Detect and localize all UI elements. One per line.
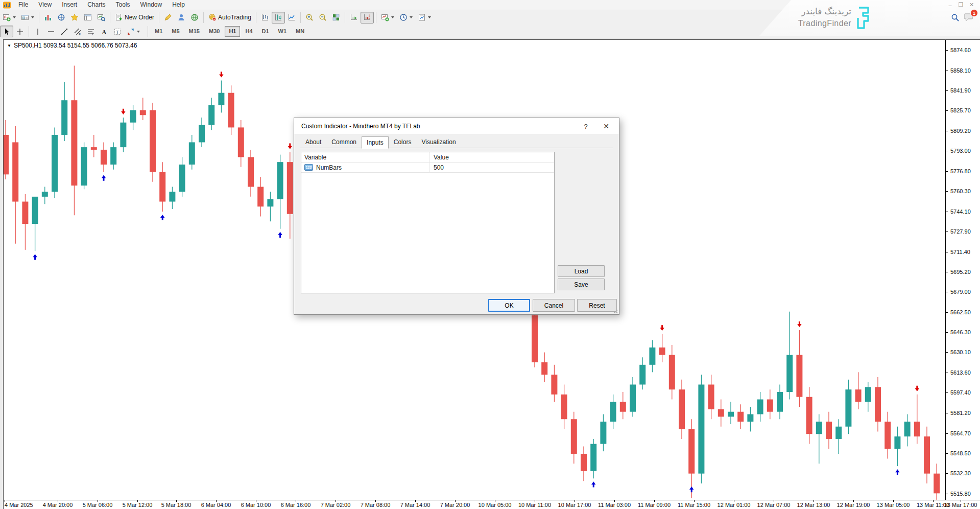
table-row[interactable]: 123NumBars500	[301, 163, 554, 173]
horizontal-line-button[interactable]	[44, 26, 58, 37]
symbol-ohlc-text: SP500,H1 5093.54 5154.55 5066.76 5073.46	[14, 42, 137, 49]
equidistant-channel-icon: E	[74, 28, 82, 36]
vertical-line-button[interactable]	[31, 26, 44, 37]
time-tick	[933, 500, 934, 502]
new-order-label: New Order	[125, 14, 154, 21]
tradingfinder-logo-icon	[853, 6, 873, 32]
reset-button[interactable]: Reset	[577, 299, 617, 312]
chart-line-button[interactable]	[285, 12, 298, 24]
crosshair-button[interactable]	[13, 26, 27, 37]
time-tick	[814, 500, 814, 502]
new-chart-button[interactable]	[0, 12, 18, 24]
market-watch-button[interactable]	[41, 12, 55, 24]
chat-icon[interactable]: 1	[964, 12, 975, 24]
equidistant-channel-button[interactable]: E	[71, 26, 84, 37]
timeframe-d1-button[interactable]: D1	[258, 26, 273, 37]
strategy-tester-button[interactable]	[94, 12, 108, 24]
web-button[interactable]	[188, 12, 201, 24]
load-button[interactable]: Load	[558, 265, 605, 277]
chart-shift-button[interactable]	[361, 12, 374, 24]
close-button[interactable]: ✕	[966, 1, 977, 9]
tab-colors[interactable]: Colors	[389, 136, 417, 148]
timeframe-w1-button[interactable]: W1	[274, 26, 291, 37]
timeframe-m30-button[interactable]: M30	[205, 26, 224, 37]
auto-scroll-button[interactable]	[347, 12, 361, 24]
cursor-button[interactable]	[0, 26, 13, 37]
zoom-in-button[interactable]	[303, 12, 316, 24]
price-label: 5548.50	[950, 450, 971, 456]
candle	[698, 385, 704, 474]
time-tick	[375, 500, 376, 502]
tab-visualization[interactable]: Visualization	[416, 136, 461, 148]
community-button[interactable]	[175, 12, 188, 24]
new-order-button[interactable]: New Order	[112, 12, 157, 24]
candle	[267, 199, 273, 207]
metaeditor-button[interactable]	[161, 12, 175, 24]
timeframe-h1-button[interactable]: H1	[225, 26, 240, 37]
chart-candles-button[interactable]	[272, 12, 285, 24]
menu-charts[interactable]: Charts	[82, 0, 110, 10]
save-button[interactable]: Save	[558, 279, 605, 290]
price-axis[interactable]: 5874.605858.105841.905825.705809.205793.…	[945, 40, 980, 500]
fibonacci-button[interactable]: F	[84, 26, 98, 37]
menu-file[interactable]: File	[13, 0, 33, 10]
trendline-icon	[60, 28, 68, 36]
price-tick	[946, 90, 948, 91]
toolbar-separator	[29, 26, 29, 37]
time-label: 5 Mar 18:00	[161, 502, 192, 508]
inputs-table: VariableValue123NumBars500	[301, 152, 555, 293]
menu-insert[interactable]: Insert	[57, 0, 82, 10]
periods-icon	[399, 13, 408, 21]
symbol-ohlc-label[interactable]: ▼ SP500,H1 5093.54 5154.55 5066.76 5073.…	[7, 42, 137, 49]
cancel-button[interactable]: Cancel	[533, 299, 575, 312]
time-axis[interactable]: 4 Mar 20254 Mar 20:005 Mar 06:005 Mar 12…	[4, 500, 980, 509]
candle	[688, 429, 695, 474]
restore-button[interactable]: ❐	[955, 1, 966, 9]
arrows-tool-button[interactable]	[124, 26, 142, 37]
candle	[218, 93, 224, 105]
timeframe-m5-button[interactable]: M5	[168, 26, 183, 37]
search-icon[interactable]	[951, 13, 960, 24]
tab-common[interactable]: Common	[326, 136, 362, 148]
dialog-help-button[interactable]: ?	[581, 122, 590, 131]
ok-button[interactable]: OK	[488, 299, 530, 312]
price-tick	[946, 312, 948, 313]
timeframe-m1-button[interactable]: M1	[151, 26, 166, 37]
text-label-button[interactable]: T	[111, 26, 124, 37]
dropdown-caret-icon	[410, 16, 413, 18]
trendline-button[interactable]	[58, 26, 71, 37]
timeframe-m15-button[interactable]: M15	[185, 26, 204, 37]
time-label: 6 Mar 10:00	[241, 502, 271, 508]
zoom-out-button[interactable]	[316, 12, 329, 24]
timeframe-mn-button[interactable]: MN	[292, 26, 308, 37]
candle	[914, 422, 920, 436]
variable-value[interactable]: 500	[429, 163, 555, 172]
autotrading-button[interactable]: AutoTrading	[206, 12, 254, 24]
menu-help[interactable]: Help	[167, 0, 190, 10]
minimize-button[interactable]: –	[945, 1, 955, 9]
indicators-button[interactable]	[378, 12, 397, 24]
dialog-close-button[interactable]: ✕	[602, 122, 611, 131]
data-window-button[interactable]	[55, 12, 68, 24]
navigator-button[interactable]	[68, 12, 81, 24]
menu-view[interactable]: View	[33, 0, 57, 10]
dialog-resize-grip[interactable]	[613, 309, 617, 313]
periods-button[interactable]	[397, 12, 415, 24]
tab-about[interactable]: About	[300, 136, 326, 148]
profiles-button[interactable]	[18, 12, 37, 24]
text-button[interactable]: A	[98, 26, 111, 37]
symbol-dropdown-icon[interactable]: ▼	[7, 43, 11, 48]
terminal-button[interactable]	[81, 12, 94, 24]
tab-inputs[interactable]: Inputs	[362, 136, 389, 149]
window-controls: –❐✕	[945, 1, 977, 9]
chart-bars-button[interactable]	[258, 12, 272, 24]
dropdown-caret-icon	[13, 16, 16, 18]
svg-text:E: E	[79, 32, 81, 35]
menu-window[interactable]: Window	[135, 0, 168, 10]
timeframe-h4-button[interactable]: H4	[241, 26, 256, 37]
tile-windows-button[interactable]	[329, 12, 343, 24]
templates-button[interactable]	[415, 12, 434, 24]
candle	[620, 402, 626, 411]
candle	[228, 93, 234, 128]
menu-tools[interactable]: Tools	[111, 0, 135, 10]
